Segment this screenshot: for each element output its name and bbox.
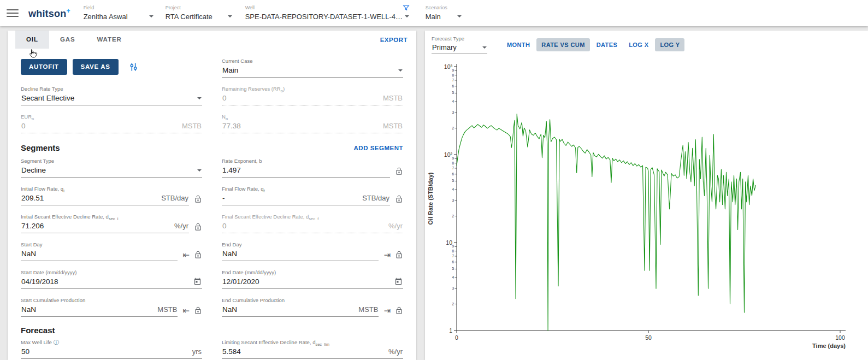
lock-open-icon[interactable]	[194, 306, 202, 315]
forecast-type-field: Forecast Type Primary	[432, 36, 487, 54]
decline-rate-type-field: Decline Rate Type Secant Effective	[21, 86, 202, 105]
svg-text:9: 9	[452, 156, 454, 160]
eur-field: EURo 0MSTB	[21, 114, 202, 133]
autofit-button[interactable]: AUTOFIT	[21, 59, 67, 75]
initial-decline-rate-field: Initial Secant Effective Decline Rate, d…	[21, 214, 189, 233]
svg-text:6: 6	[452, 260, 454, 264]
chevron-down-icon	[457, 15, 462, 17]
np-field: Np 77.38MSTB	[222, 114, 403, 133]
svg-text:50: 50	[645, 334, 652, 341]
skip-to-end-icon[interactable]: ⇥	[383, 307, 391, 315]
initial-flow-rate-input[interactable]: 209.51STB/day	[21, 192, 189, 205]
max-well-life-field: Max Well Lifeⓘ 50yrs	[21, 339, 202, 359]
svg-text:7: 7	[452, 78, 454, 82]
oil-rate-chart[interactable]: 11010²10³234567892345678923456789050100O…	[425, 57, 868, 360]
chevron-down-icon	[398, 69, 403, 72]
svg-text:10³: 10³	[444, 63, 453, 70]
svg-text:Time (days): Time (days)	[812, 343, 846, 349]
app-logo: whitson+	[28, 7, 70, 20]
field-value: Zenitha Aswal	[84, 13, 128, 21]
svg-text:9: 9	[452, 244, 454, 248]
svg-text:10²: 10²	[444, 151, 453, 158]
start-day-input[interactable]: NaN	[21, 248, 178, 261]
chevron-down-icon	[197, 169, 202, 172]
forecast-heading: Forecast	[21, 325, 55, 336]
limiting-decline-rate-input[interactable]: 5.584%/yr	[222, 346, 403, 359]
svg-text:6: 6	[452, 84, 454, 88]
skip-to-end-icon[interactable]: ⇥	[383, 251, 391, 259]
end-date-input[interactable]: 12/01/2020	[222, 276, 403, 289]
lock-open-icon[interactable]	[194, 251, 202, 259]
initial-decline-rate-input[interactable]: 71.206%/yr	[21, 220, 189, 233]
svg-text:8: 8	[452, 161, 454, 165]
well-label: Well	[245, 4, 409, 11]
tab-gas[interactable]: GAS	[49, 31, 86, 49]
field-selector[interactable]: Field Zenitha Aswal	[84, 4, 153, 22]
segment-type-select[interactable]: Decline	[21, 164, 202, 178]
toggle-dates[interactable]: DATES	[592, 38, 622, 51]
decline-rate-type-select[interactable]: Secant Effective	[21, 92, 202, 105]
lock-open-icon[interactable]	[395, 251, 403, 259]
svg-text:4: 4	[452, 187, 454, 191]
end-date-field: End Date (mm/dd/yyyy) 12/01/2020	[222, 269, 403, 289]
well-selector[interactable]: Well SPE-DATA-REPOSITORY-DATASET-1-WELL-…	[245, 4, 409, 22]
svg-text:3: 3	[452, 286, 454, 290]
segments-heading: Segments	[21, 143, 60, 154]
lock-open-icon[interactable]	[194, 223, 202, 231]
svg-text:3: 3	[452, 198, 454, 202]
current-case-select[interactable]: Main	[222, 64, 403, 78]
start-date-field: Start Date (mm/dd/yyyy) 04/19/2018	[21, 269, 202, 289]
svg-text:0: 0	[455, 334, 458, 341]
svg-text:2: 2	[452, 214, 454, 218]
toggle-month[interactable]: MONTH	[502, 38, 535, 51]
toggle-rate-vs-cum[interactable]: RATE VS CUM	[536, 38, 589, 51]
export-button[interactable]: EXPORT	[376, 33, 412, 46]
end-day-field: End Day NaN	[222, 241, 379, 261]
svg-text:5: 5	[452, 267, 454, 270]
tab-water[interactable]: WATER	[86, 31, 133, 49]
lock-open-icon[interactable]	[194, 195, 202, 203]
add-segment-button[interactable]: ADD SEGMENT	[350, 141, 403, 155]
forecast-type-select[interactable]: Primary	[432, 42, 487, 54]
skip-to-start-icon[interactable]: ⇤	[182, 307, 190, 315]
logo-plus: +	[66, 7, 70, 15]
filter-icon[interactable]	[403, 4, 410, 11]
calendar-icon[interactable]	[394, 278, 403, 286]
top-app-bar: whitson+ Field Zenitha Aswal Project RTA…	[0, 0, 868, 26]
final-flow-rate-input[interactable]: -STB/day	[222, 192, 390, 205]
chevron-down-icon	[228, 15, 232, 17]
skip-to-start-icon[interactable]: ⇤	[182, 251, 190, 259]
start-cum-input[interactable]: NaNMSTB	[21, 304, 178, 317]
svg-text:2: 2	[452, 126, 454, 130]
menu-icon[interactable]	[7, 7, 19, 19]
svg-text:4: 4	[452, 275, 454, 279]
toggle-log-y[interactable]: LOG Y	[655, 38, 684, 51]
svg-text:100: 100	[835, 334, 845, 341]
save-as-button[interactable]: SAVE AS	[73, 59, 119, 75]
lock-open-icon[interactable]	[395, 195, 403, 203]
tab-oil[interactable]: OIL	[15, 31, 49, 49]
scenarios-selector[interactable]: Scenarios Main	[426, 4, 462, 22]
svg-text:4: 4	[452, 99, 454, 103]
project-label: Project	[166, 4, 232, 11]
toggle-log-x[interactable]: LOG X	[624, 38, 653, 51]
project-selector[interactable]: Project RTA Certificate	[166, 4, 232, 22]
tune-icon[interactable]	[128, 62, 139, 72]
rate-exponent-input[interactable]: 1.497	[222, 164, 390, 178]
svg-text:8: 8	[452, 73, 454, 77]
lock-open-icon[interactable]	[395, 306, 403, 315]
start-date-input[interactable]: 04/19/2018	[21, 276, 202, 289]
calendar-icon[interactable]	[193, 278, 202, 286]
lock-open-icon[interactable]	[395, 167, 403, 175]
svg-text:7: 7	[452, 166, 454, 170]
max-well-life-input[interactable]: 50yrs	[21, 346, 202, 359]
svg-text:2: 2	[452, 302, 454, 306]
svg-text:5: 5	[452, 91, 454, 95]
final-flow-rate-field: Final Flow Rate, qf -STB/day	[222, 186, 390, 205]
svg-text:8: 8	[452, 249, 454, 253]
end-cum-input[interactable]: NaNMSTB	[222, 304, 379, 317]
info-icon[interactable]: ⓘ	[54, 339, 59, 345]
svg-text:9: 9	[452, 68, 454, 72]
svg-text:6: 6	[452, 172, 454, 176]
end-day-input[interactable]: NaN	[222, 248, 379, 261]
